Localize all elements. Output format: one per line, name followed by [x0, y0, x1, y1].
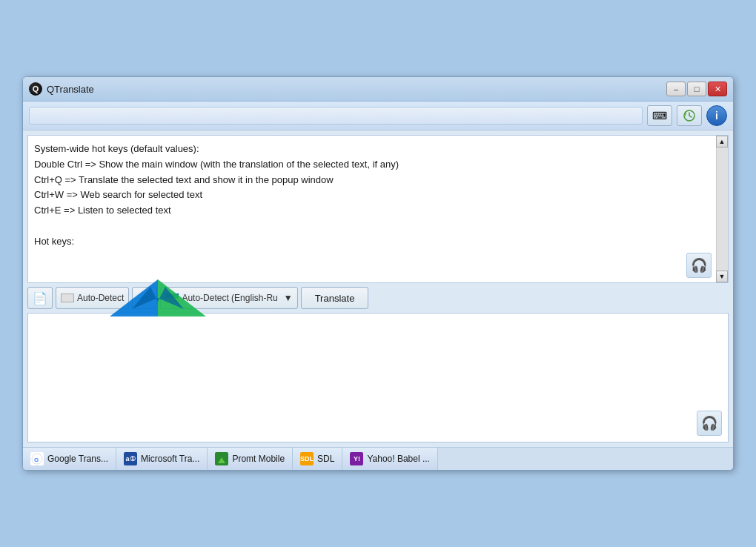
sdl-tab[interactable]: SDL SDL — [293, 448, 342, 470]
promt-icon — [215, 452, 228, 465]
scrollbar-down[interactable]: ▼ — [716, 271, 728, 282]
yahoo-babelfish-label: Yahoo! Babel ... — [367, 454, 430, 464]
help-text: System-wide hot keys (default values): D… — [34, 142, 722, 250]
help-area: System-wide hot keys (default values): D… — [27, 135, 729, 283]
swap-icon: ⇔ — [140, 292, 149, 304]
listen-button-bottom[interactable]: 🎧 — [697, 411, 722, 436]
help-line7: Hot keys: — [34, 234, 707, 250]
help-line5: Ctrl+E => Listen to selected text — [34, 203, 707, 219]
promt-mobile-label: Promt Mobile — [232, 454, 285, 464]
promt-popup-area: ⇔ — [132, 287, 157, 309]
toolbar-spacer — [29, 107, 643, 125]
title-bar-left: Q QTranslate — [29, 82, 94, 96]
info-button[interactable]: i — [706, 105, 727, 126]
dropdown-arrow: ▼ — [284, 293, 293, 303]
source-flag — [61, 294, 74, 302]
yahoo-babelfish-tab[interactable]: Y! Yahoo! Babel ... — [342, 448, 438, 470]
keyboard-icon: ⌨ — [652, 110, 667, 122]
output-area[interactable]: 🎧 — [27, 313, 729, 442]
keyboard-button[interactable]: ⌨ — [647, 105, 672, 126]
target-lang-label: Auto-Detect (English-Ru — [182, 293, 277, 303]
scrollbar-track — [716, 147, 728, 271]
history-button[interactable] — [677, 105, 702, 126]
info-icon: i — [715, 110, 718, 122]
window-controls: – □ ✕ — [666, 82, 727, 96]
minimize-button[interactable]: – — [666, 82, 686, 96]
microsoft-translate-tab[interactable]: a① Microsoft Tra... — [116, 448, 208, 470]
yahoo-icon: Y! — [350, 452, 363, 465]
output-text — [33, 318, 723, 429]
document-icon: 📄 — [33, 291, 47, 305]
google-icon: G — [30, 452, 44, 465]
target-flag — [165, 294, 179, 302]
sdl-label: SDL — [317, 454, 334, 464]
help-line1: System-wide hot keys (default values): — [34, 142, 707, 157]
google-translate-label: Google Trans... — [47, 454, 108, 464]
maximize-button[interactable]: □ — [687, 82, 706, 96]
close-button[interactable]: ✕ — [708, 82, 727, 96]
svg-text:G: G — [34, 457, 39, 463]
title-bar: Q QTranslate – □ ✕ — [23, 77, 733, 102]
headphone-icon-top: 🎧 — [691, 255, 707, 276]
window-title: QTranslate — [47, 84, 94, 95]
main-window: Q QTranslate – □ ✕ ⌨ i System-wide — [22, 76, 734, 471]
promt-mobile-tab[interactable]: Promt Mobile — [208, 448, 293, 470]
history-icon — [683, 109, 696, 122]
translate-button[interactable]: Translate — [301, 287, 369, 309]
scrollbar-up[interactable]: ▲ — [716, 136, 728, 147]
target-language-selector[interactable]: Auto-Detect (English-Ru ▼ — [160, 287, 297, 309]
clear-button[interactable]: 📄 — [27, 287, 53, 309]
help-line3: Ctrl+Q => Translate the selected text an… — [34, 173, 707, 188]
toolbar: ⌨ i — [23, 102, 733, 130]
help-line2: Double Ctrl => Show the main window (wit… — [34, 157, 707, 173]
source-lang-label: Auto-Detect — [77, 293, 124, 303]
headphone-icon-bottom: 🎧 — [701, 415, 717, 431]
swap-languages-button[interactable]: ⇔ — [132, 287, 157, 309]
microsoft-icon: a① — [124, 452, 137, 465]
services-bar: G Google Trans... a① Microsoft Tra... Pr… — [23, 447, 733, 470]
listen-button-top[interactable]: 🎧 — [686, 253, 712, 278]
sdl-icon: SDL — [300, 452, 314, 465]
google-translate-tab[interactable]: G Google Trans... — [23, 448, 116, 470]
microsoft-translate-label: Microsoft Tra... — [141, 454, 199, 464]
translation-controls: 📄 Auto-Detect ⇔ — [23, 283, 733, 313]
source-language-selector[interactable]: Auto-Detect — [56, 287, 129, 309]
app-icon: Q — [29, 82, 42, 96]
help-line4: Ctrl+W => Web search for selected text — [34, 188, 707, 203]
